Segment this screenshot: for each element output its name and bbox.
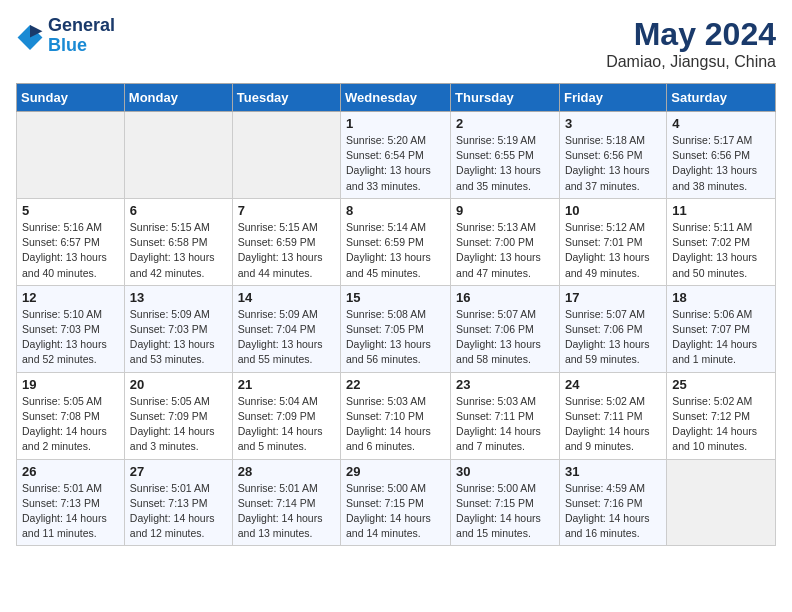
day-info: Sunrise: 5:02 AMSunset: 7:12 PMDaylight:… [672, 394, 770, 455]
calendar-cell [667, 459, 776, 546]
day-info: Sunrise: 5:01 AMSunset: 7:13 PMDaylight:… [22, 481, 119, 542]
day-info: Sunrise: 5:01 AMSunset: 7:13 PMDaylight:… [130, 481, 227, 542]
day-number: 2 [456, 116, 554, 131]
weekday-friday: Friday [559, 84, 666, 112]
calendar-cell: 5Sunrise: 5:16 AMSunset: 6:57 PMDaylight… [17, 198, 125, 285]
calendar-cell [124, 112, 232, 199]
calendar-cell: 23Sunrise: 5:03 AMSunset: 7:11 PMDayligh… [451, 372, 560, 459]
calendar-cell: 14Sunrise: 5:09 AMSunset: 7:04 PMDayligh… [232, 285, 340, 372]
main-title: May 2024 [606, 16, 776, 53]
day-info: Sunrise: 5:06 AMSunset: 7:07 PMDaylight:… [672, 307, 770, 368]
day-number: 1 [346, 116, 445, 131]
calendar-cell: 20Sunrise: 5:05 AMSunset: 7:09 PMDayligh… [124, 372, 232, 459]
calendar-cell: 13Sunrise: 5:09 AMSunset: 7:03 PMDayligh… [124, 285, 232, 372]
day-info: Sunrise: 5:04 AMSunset: 7:09 PMDaylight:… [238, 394, 335, 455]
day-number: 13 [130, 290, 227, 305]
calendar-cell: 15Sunrise: 5:08 AMSunset: 7:05 PMDayligh… [341, 285, 451, 372]
day-number: 28 [238, 464, 335, 479]
day-info: Sunrise: 5:07 AMSunset: 7:06 PMDaylight:… [456, 307, 554, 368]
day-info: Sunrise: 5:00 AMSunset: 7:15 PMDaylight:… [346, 481, 445, 542]
logo-text: General Blue [48, 16, 115, 56]
calendar-cell: 11Sunrise: 5:11 AMSunset: 7:02 PMDayligh… [667, 198, 776, 285]
day-number: 23 [456, 377, 554, 392]
weekday-thursday: Thursday [451, 84, 560, 112]
day-info: Sunrise: 5:02 AMSunset: 7:11 PMDaylight:… [565, 394, 661, 455]
day-number: 31 [565, 464, 661, 479]
calendar-cell: 12Sunrise: 5:10 AMSunset: 7:03 PMDayligh… [17, 285, 125, 372]
sub-title: Damiao, Jiangsu, China [606, 53, 776, 71]
calendar-cell: 2Sunrise: 5:19 AMSunset: 6:55 PMDaylight… [451, 112, 560, 199]
calendar-cell: 27Sunrise: 5:01 AMSunset: 7:13 PMDayligh… [124, 459, 232, 546]
day-number: 25 [672, 377, 770, 392]
day-info: Sunrise: 5:00 AMSunset: 7:15 PMDaylight:… [456, 481, 554, 542]
day-info: Sunrise: 5:19 AMSunset: 6:55 PMDaylight:… [456, 133, 554, 194]
calendar-cell: 29Sunrise: 5:00 AMSunset: 7:15 PMDayligh… [341, 459, 451, 546]
day-info: Sunrise: 5:03 AMSunset: 7:11 PMDaylight:… [456, 394, 554, 455]
calendar-cell: 17Sunrise: 5:07 AMSunset: 7:06 PMDayligh… [559, 285, 666, 372]
day-number: 30 [456, 464, 554, 479]
day-info: Sunrise: 5:20 AMSunset: 6:54 PMDaylight:… [346, 133, 445, 194]
day-number: 9 [456, 203, 554, 218]
day-number: 11 [672, 203, 770, 218]
day-info: Sunrise: 5:05 AMSunset: 7:08 PMDaylight:… [22, 394, 119, 455]
day-number: 29 [346, 464, 445, 479]
day-info: Sunrise: 5:15 AMSunset: 6:59 PMDaylight:… [238, 220, 335, 281]
calendar-cell: 4Sunrise: 5:17 AMSunset: 6:56 PMDaylight… [667, 112, 776, 199]
day-info: Sunrise: 5:11 AMSunset: 7:02 PMDaylight:… [672, 220, 770, 281]
day-info: Sunrise: 5:16 AMSunset: 6:57 PMDaylight:… [22, 220, 119, 281]
day-number: 16 [456, 290, 554, 305]
day-info: Sunrise: 5:09 AMSunset: 7:04 PMDaylight:… [238, 307, 335, 368]
day-number: 4 [672, 116, 770, 131]
calendar-cell: 8Sunrise: 5:14 AMSunset: 6:59 PMDaylight… [341, 198, 451, 285]
calendar-cell: 7Sunrise: 5:15 AMSunset: 6:59 PMDaylight… [232, 198, 340, 285]
day-number: 3 [565, 116, 661, 131]
day-number: 19 [22, 377, 119, 392]
day-number: 7 [238, 203, 335, 218]
day-number: 5 [22, 203, 119, 218]
calendar-cell: 19Sunrise: 5:05 AMSunset: 7:08 PMDayligh… [17, 372, 125, 459]
day-number: 6 [130, 203, 227, 218]
logo-icon [16, 22, 44, 50]
calendar-table: SundayMondayTuesdayWednesdayThursdayFrid… [16, 83, 776, 546]
day-info: Sunrise: 5:12 AMSunset: 7:01 PMDaylight:… [565, 220, 661, 281]
day-number: 24 [565, 377, 661, 392]
day-info: Sunrise: 5:18 AMSunset: 6:56 PMDaylight:… [565, 133, 661, 194]
calendar-cell: 1Sunrise: 5:20 AMSunset: 6:54 PMDaylight… [341, 112, 451, 199]
day-number: 10 [565, 203, 661, 218]
day-info: Sunrise: 5:08 AMSunset: 7:05 PMDaylight:… [346, 307, 445, 368]
weekday-sunday: Sunday [17, 84, 125, 112]
day-info: Sunrise: 5:15 AMSunset: 6:58 PMDaylight:… [130, 220, 227, 281]
day-info: Sunrise: 5:01 AMSunset: 7:14 PMDaylight:… [238, 481, 335, 542]
page-header: General Blue May 2024 Damiao, Jiangsu, C… [16, 16, 776, 71]
day-info: Sunrise: 5:10 AMSunset: 7:03 PMDaylight:… [22, 307, 119, 368]
day-info: Sunrise: 5:09 AMSunset: 7:03 PMDaylight:… [130, 307, 227, 368]
calendar-cell: 24Sunrise: 5:02 AMSunset: 7:11 PMDayligh… [559, 372, 666, 459]
day-number: 15 [346, 290, 445, 305]
day-number: 27 [130, 464, 227, 479]
calendar-cell: 18Sunrise: 5:06 AMSunset: 7:07 PMDayligh… [667, 285, 776, 372]
weekday-wednesday: Wednesday [341, 84, 451, 112]
weekday-tuesday: Tuesday [232, 84, 340, 112]
week-row-5: 26Sunrise: 5:01 AMSunset: 7:13 PMDayligh… [17, 459, 776, 546]
calendar-cell: 3Sunrise: 5:18 AMSunset: 6:56 PMDaylight… [559, 112, 666, 199]
weekday-header-row: SundayMondayTuesdayWednesdayThursdayFrid… [17, 84, 776, 112]
logo: General Blue [16, 16, 115, 56]
day-number: 8 [346, 203, 445, 218]
calendar-cell: 25Sunrise: 5:02 AMSunset: 7:12 PMDayligh… [667, 372, 776, 459]
day-number: 17 [565, 290, 661, 305]
day-info: Sunrise: 5:07 AMSunset: 7:06 PMDaylight:… [565, 307, 661, 368]
calendar-body: 1Sunrise: 5:20 AMSunset: 6:54 PMDaylight… [17, 112, 776, 546]
week-row-3: 12Sunrise: 5:10 AMSunset: 7:03 PMDayligh… [17, 285, 776, 372]
day-info: Sunrise: 5:14 AMSunset: 6:59 PMDaylight:… [346, 220, 445, 281]
day-info: Sunrise: 4:59 AMSunset: 7:16 PMDaylight:… [565, 481, 661, 542]
calendar-cell: 6Sunrise: 5:15 AMSunset: 6:58 PMDaylight… [124, 198, 232, 285]
calendar-cell: 26Sunrise: 5:01 AMSunset: 7:13 PMDayligh… [17, 459, 125, 546]
week-row-1: 1Sunrise: 5:20 AMSunset: 6:54 PMDaylight… [17, 112, 776, 199]
calendar-cell: 21Sunrise: 5:04 AMSunset: 7:09 PMDayligh… [232, 372, 340, 459]
title-block: May 2024 Damiao, Jiangsu, China [606, 16, 776, 71]
day-number: 22 [346, 377, 445, 392]
day-number: 20 [130, 377, 227, 392]
day-number: 21 [238, 377, 335, 392]
week-row-2: 5Sunrise: 5:16 AMSunset: 6:57 PMDaylight… [17, 198, 776, 285]
calendar-cell: 30Sunrise: 5:00 AMSunset: 7:15 PMDayligh… [451, 459, 560, 546]
